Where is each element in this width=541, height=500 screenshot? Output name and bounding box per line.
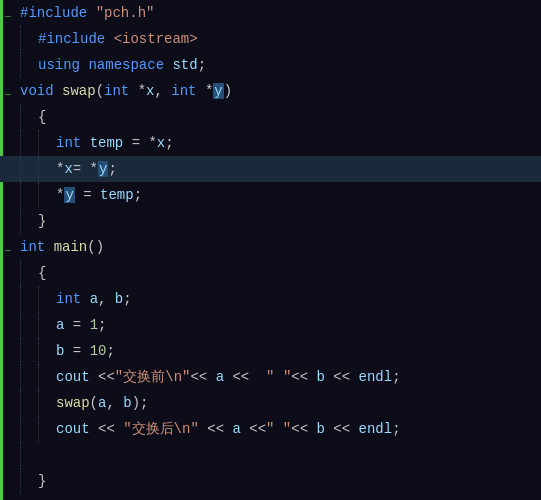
line-11: { [0, 260, 541, 286]
line-10: ⚊ int main() [0, 234, 541, 260]
line-19: } [0, 468, 541, 494]
line-5: { [0, 104, 541, 130]
line-6: int temp = *x; [0, 130, 541, 156]
line-3: using namespace std; [0, 52, 541, 78]
line-17: cout << "交换后\n" << a <<" "<< b << endl; [0, 416, 541, 442]
line-1: ⚊ #include "pch.h" [0, 0, 541, 26]
fold-gutter-4[interactable]: ⚊ [0, 85, 16, 98]
line-13: a = 1; [0, 312, 541, 338]
fold-gutter-10[interactable]: ⚊ [0, 241, 16, 254]
line-16: swap(a, b); [0, 390, 541, 416]
line-15: cout <<"交换前\n"<< a << " "<< b << endl; [0, 364, 541, 390]
line-2: #include <iostream> [0, 26, 541, 52]
fold-gutter-1[interactable]: ⚊ [0, 7, 16, 20]
line-12: int a, b; [0, 286, 541, 312]
line-7: *x= *y; [0, 156, 541, 182]
line-8: *y = temp; [0, 182, 541, 208]
line-18 [0, 442, 541, 468]
code-editor[interactable]: ⚊ #include "pch.h" #include <iostream> u… [0, 0, 541, 500]
line-9: } [0, 208, 541, 234]
line-4: ⚊ void swap(int *x, int *y) [0, 78, 541, 104]
line-14: b = 10; [0, 338, 541, 364]
